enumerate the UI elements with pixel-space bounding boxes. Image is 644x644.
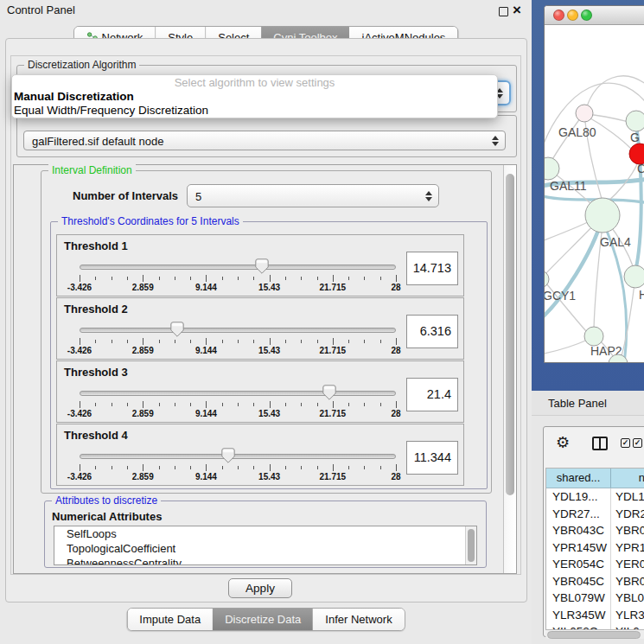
algorithm-dropdown-popup: Select algorithm to view settings Manual… — [11, 74, 498, 118]
threshold-4-panel: Threshold 4-3.4262.8599.14415.4321.71528… — [56, 424, 464, 486]
slider-tick-label: 2.859 — [132, 409, 154, 418]
network-node-h[interactable] — [624, 265, 644, 288]
table-cell[interactable]: YPR145W — [546, 539, 611, 557]
popup-option-manual-discretization[interactable]: Manual Discretization — [12, 90, 497, 104]
attributes-scrollbar-thumb[interactable] — [468, 529, 475, 562]
table-data-combobox[interactable]: galFiltered.sif default node — [23, 131, 506, 150]
table-row[interactable]: YPR145WYPR1 — [546, 539, 644, 557]
network-window-titlebar — [545, 6, 644, 25]
table-cell[interactable]: YDR2 — [611, 506, 644, 523]
interval-definition-group: Interval Definition Number of Intervals … — [41, 170, 492, 494]
settings-vertical-scrollbar[interactable] — [503, 165, 516, 573]
table-cell[interactable]: YER054C — [546, 556, 611, 573]
table-cell[interactable]: YBR0 — [611, 573, 644, 590]
threshold-value-field[interactable]: 21.4 — [406, 378, 458, 411]
table-row[interactable]: YIL052CYIL0 — [546, 623, 644, 630]
tab-label: Discretize Data — [225, 613, 301, 626]
table-row[interactable]: YDL19...YDL1 — [546, 488, 644, 506]
attribute-list-item[interactable]: TopologicalCoefficient — [54, 541, 476, 556]
settings-scrollpane: Interval Definition Number of Intervals … — [13, 164, 517, 574]
table-cell[interactable]: YIL0 — [611, 623, 644, 630]
close-traffic-light-icon[interactable] — [553, 10, 564, 21]
threshold-value-field[interactable]: 11.344 — [406, 441, 458, 475]
table-cell[interactable]: YBL079W — [546, 590, 611, 607]
table-scrollbar-thumb[interactable] — [547, 631, 641, 639]
network-node-g[interactable] — [626, 111, 644, 131]
table-toolbar: ⚙ ✓ ✓ — [544, 432, 644, 456]
network-edge — [545, 339, 590, 354]
column-header-shared-name[interactable]: shared... — [546, 469, 611, 488]
table-row[interactable]: YLR345WYLR3 — [546, 607, 644, 624]
number-of-intervals-combobox[interactable]: 5 — [187, 184, 439, 207]
table-cell[interactable]: YPR1 — [611, 539, 644, 557]
slider-tick-label: 28 — [391, 346, 400, 355]
attribute-list-item[interactable]: BetweennessCentrality — [54, 556, 476, 565]
threshold-label: Threshold 2 — [64, 303, 128, 316]
table-cell[interactable]: YDL1 — [611, 488, 644, 506]
table-cell[interactable]: YDL19... — [546, 488, 611, 506]
slider-track[interactable] — [80, 328, 396, 333]
table-header-row: shared... n — [546, 469, 644, 488]
slider-tick-label: 21.715 — [320, 472, 347, 481]
tab-impute-data[interactable]: Impute Data — [127, 609, 213, 630]
tab-discretize-data[interactable]: Discretize Data — [213, 609, 313, 630]
threshold-value-field[interactable]: 6.316 — [406, 315, 458, 348]
network-node-hap2[interactable] — [584, 327, 603, 346]
zoom-traffic-light-icon[interactable] — [581, 10, 592, 21]
control-panel-window: Control Panel × NetworkStyleSelectCyni T… — [0, 0, 532, 644]
slider-thumb[interactable] — [255, 258, 269, 274]
table-row[interactable]: YBL079WYBL0 — [546, 590, 644, 607]
threshold-value-field[interactable]: 14.713 — [406, 252, 458, 285]
table-row[interactable]: YBR043CYBR0 — [546, 522, 644, 539]
table-cell[interactable]: YBR045C — [546, 573, 611, 590]
table-cell[interactable]: YLR3 — [611, 607, 644, 624]
select-columns-checkbox-icon[interactable]: ✓ — [621, 438, 630, 448]
attribute-list-item[interactable]: SelfLoops — [54, 526, 476, 541]
node-label: GCY1 — [545, 289, 576, 303]
slider-track[interactable] — [80, 454, 396, 459]
close-icon[interactable]: × — [513, 2, 521, 19]
table-data-group: Table Data galFiltered.sif default node — [16, 115, 517, 157]
network-node-gal11[interactable] — [545, 157, 559, 180]
slider-track[interactable] — [80, 265, 396, 270]
table-horizontal-scrollbar[interactable] — [545, 631, 644, 639]
table-cell[interactable]: YBL0 — [611, 590, 644, 607]
popup-placeholder-item[interactable]: Select algorithm to view settings — [12, 75, 497, 90]
node-label: G — [630, 131, 640, 144]
split-columns-icon[interactable] — [592, 437, 608, 450]
apply-button[interactable]: Apply — [228, 578, 292, 598]
network-node-gal80[interactable] — [576, 105, 593, 122]
select-columns-checkbox-icon[interactable]: ✓ — [633, 438, 642, 448]
attributes-scrollbar[interactable] — [465, 526, 476, 564]
table-cell[interactable]: YDR27... — [546, 506, 611, 523]
node-label: GAL4 — [600, 235, 631, 249]
gear-icon[interactable]: ⚙ — [556, 433, 570, 451]
slider-track[interactable] — [80, 391, 396, 396]
table-row[interactable]: YBR045CYBR0 — [546, 573, 644, 590]
slider-tick-label: -3.426 — [67, 346, 92, 355]
table-row[interactable]: YDR27...YDR2 — [546, 506, 644, 523]
tab-infer-network[interactable]: Infer Network — [313, 609, 404, 630]
column-header-name[interactable]: n — [611, 469, 644, 488]
float-window-icon[interactable] — [499, 7, 508, 16]
tab-label: Infer Network — [325, 613, 392, 626]
screen: Control Panel × NetworkStyleSelectCyni T… — [0, 0, 644, 644]
table-cell[interactable]: YBR043C — [546, 522, 611, 539]
threshold-label: Threshold 4 — [64, 429, 128, 442]
table-panel-title: Table Panel — [548, 397, 607, 410]
table-row[interactable]: YER054CYER0 — [546, 556, 644, 573]
popup-option-equal-width-frequency[interactable]: Equal Width/Frequency Discretization — [12, 104, 497, 118]
network-desktop-area: GAL80GCGAL11GAL4GCY1HHAP2 — [532, 0, 644, 391]
network-canvas[interactable]: GAL80GCGAL11GAL4GCY1HHAP2 — [545, 26, 644, 363]
settings-scrollbar-thumb[interactable] — [506, 174, 514, 495]
slider-thumb[interactable] — [322, 385, 336, 400]
table-cell[interactable]: YBR0 — [611, 522, 644, 539]
table-cell[interactable]: YER0 — [611, 556, 644, 573]
slider-thumb[interactable] — [170, 322, 184, 337]
slider-thumb[interactable] — [221, 448, 235, 463]
network-node-gal4[interactable] — [585, 198, 620, 233]
slider-tick-label: 9.144 — [195, 409, 217, 418]
minimize-traffic-light-icon[interactable] — [567, 10, 578, 21]
table-cell[interactable]: YLR345W — [546, 607, 611, 624]
table-cell[interactable]: YIL052C — [546, 623, 611, 630]
